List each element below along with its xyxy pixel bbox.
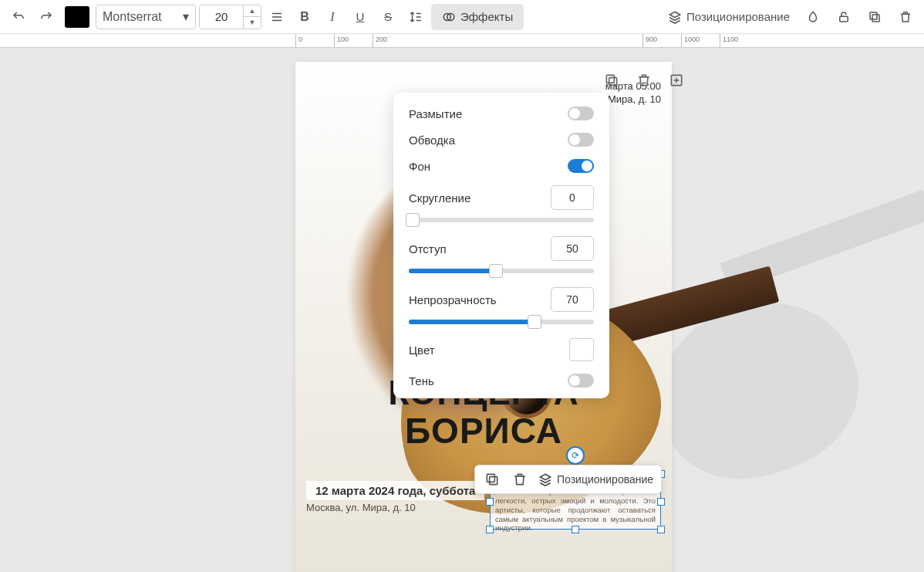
layers-icon [668, 10, 682, 24]
chevron-down-icon: ▾ [183, 9, 189, 24]
effects-label: Эффекты [460, 10, 513, 23]
align-button[interactable] [265, 5, 289, 29]
svg-rect-12 [606, 75, 614, 83]
duplicate-button[interactable] [862, 5, 887, 29]
horizontal-ruler: 0 100 200 900 1000 1100 [0, 34, 924, 48]
svg-rect-8 [840, 16, 848, 22]
page-action-bar [604, 73, 687, 91]
date-box[interactable]: 12 марта 2024 года, суббота [306, 481, 484, 500]
ruler-tick: 1000 [681, 34, 700, 48]
font-size-input[interactable] [200, 5, 243, 29]
padding-input[interactable] [551, 236, 594, 261]
address-text[interactable]: Москва, ул. Мира, д. 10 [306, 502, 416, 513]
font-size-up[interactable]: ▲ [244, 5, 261, 17]
svg-rect-17 [487, 474, 494, 482]
redo-button[interactable] [34, 5, 59, 29]
shadow-toggle[interactable] [568, 374, 594, 388]
stroke-label: Обводка [409, 134, 455, 147]
lock-button[interactable] [831, 5, 856, 29]
page-duplicate-button[interactable] [604, 73, 622, 91]
ctx-delete-button[interactable] [511, 470, 529, 489]
resize-handle-bl[interactable] [486, 526, 494, 533]
ruler-tick: 1100 [720, 34, 738, 48]
canvas-area[interactable]: марта 05:00 Мира, д. 10 КОНЦЕРТА БОРИСА … [0, 48, 924, 572]
layers-icon [538, 472, 552, 486]
blur-label: Размытие [409, 107, 462, 120]
color-picker[interactable] [569, 338, 594, 361]
selection-context-bar: Позиционирование [474, 465, 662, 494]
resize-handle-bm[interactable] [572, 526, 579, 533]
opacity-slider[interactable] [409, 320, 594, 324]
padding-label: Отступ [409, 242, 447, 256]
opacity-input[interactable] [551, 287, 594, 312]
shadow-label: Тень [409, 374, 434, 388]
rounding-input[interactable] [551, 185, 594, 210]
page-add-button[interactable] [669, 73, 687, 91]
resize-handle-ml[interactable] [486, 498, 494, 506]
ruler-tick: 200 [373, 34, 387, 48]
opacity-label: Непрозрачность [409, 293, 497, 306]
positioning-button[interactable]: Позиционирование [663, 7, 794, 27]
svg-rect-10 [870, 12, 877, 19]
resize-handle-mr[interactable] [657, 498, 665, 506]
italic-button[interactable]: I [320, 5, 345, 29]
opacity-button[interactable] [801, 5, 825, 29]
ruler-tick: 100 [334, 34, 349, 48]
ctx-duplicate-button[interactable] [483, 470, 501, 489]
positioning-label: Позиционирование [686, 10, 790, 23]
strikethrough-button[interactable]: S [376, 5, 400, 29]
color-label: Цвет [409, 344, 435, 357]
delete-button[interactable] [893, 5, 918, 29]
effects-icon [442, 10, 456, 24]
page-delete-button[interactable] [636, 73, 655, 91]
effects-panel: Размытие Обводка Фон Скругление Отступ Н… [393, 93, 609, 398]
font-family-select[interactable]: Montserrat ▾ [96, 5, 196, 29]
undo-button[interactable] [6, 5, 31, 29]
font-size-down[interactable]: ▼ [244, 17, 261, 29]
ctx-positioning-button[interactable]: Позиционирование [538, 472, 653, 486]
ruler-tick: 900 [642, 34, 657, 48]
rounding-slider[interactable] [409, 218, 594, 222]
blur-toggle[interactable] [568, 107, 594, 120]
svg-rect-9 [872, 15, 879, 22]
ruler-tick: 0 [295, 34, 302, 48]
background-label: Фон [409, 160, 430, 173]
svg-rect-16 [490, 477, 497, 485]
underline-button[interactable]: U [348, 5, 373, 29]
text-color-swatch[interactable] [65, 6, 89, 28]
resize-handle-br[interactable] [657, 526, 665, 533]
background-toggle[interactable] [568, 159, 594, 173]
bold-button[interactable]: B [292, 5, 317, 29]
padding-slider[interactable] [409, 269, 594, 273]
font-family-value: Montserrat [103, 10, 161, 24]
effects-button[interactable]: Эффекты [431, 4, 524, 30]
font-size-group: ▲ ▼ [199, 5, 261, 29]
svg-rect-11 [609, 78, 617, 86]
top-toolbar: Montserrat ▾ ▲ ▼ B I U S Эффекты Позицио… [0, 0, 924, 34]
line-height-button[interactable] [403, 5, 428, 29]
rotate-handle[interactable]: ⟳ [566, 446, 585, 465]
stroke-toggle[interactable] [568, 133, 594, 147]
rounding-label: Скругление [409, 191, 470, 205]
